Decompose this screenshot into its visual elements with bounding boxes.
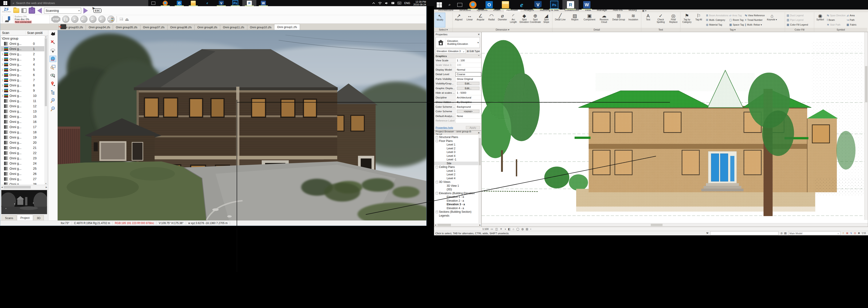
taskbar-app-button[interactable]: W bbox=[579, 0, 595, 9]
view-control-icon[interactable]: ◫ bbox=[495, 227, 498, 231]
worksets-icon[interactable]: ⚒ bbox=[706, 232, 708, 235]
ribbon-button[interactable]: ▩Fabric bbox=[846, 22, 857, 27]
keyboard-icon[interactable] bbox=[398, 2, 401, 4]
ribbon-button[interactable]: ⅠBeam bbox=[827, 18, 846, 22]
ribbon-button[interactable]: ≋Insulation bbox=[626, 13, 640, 27]
ribbon-button[interactable]: ▦Color Fill Legend bbox=[786, 22, 808, 27]
start-button[interactable] bbox=[0, 0, 10, 6]
property-row[interactable]: View Scale 1 : 100 bbox=[434, 58, 481, 63]
ribbon-button[interactable]: ≡Tread Number bbox=[745, 18, 765, 22]
property-row[interactable]: Hide at scales ... 1 : 5000 bbox=[434, 91, 481, 95]
ribbon-button[interactable]: ◢Spot Slope bbox=[541, 13, 552, 27]
scan-list-item[interactable]: ❯ Onni g... 4 bbox=[1, 62, 48, 67]
property-row[interactable]: Reference Label bbox=[434, 119, 481, 123]
tree-item[interactable]: Level 3 bbox=[434, 150, 481, 154]
scan-list-item[interactable]: Onni g... 16 bbox=[1, 119, 48, 124]
scan-tab[interactable]: Onni group1.zfs bbox=[274, 24, 300, 30]
ribbon-button[interactable]: ⌂Keynote ▾ bbox=[766, 13, 778, 27]
map-icon[interactable] bbox=[50, 31, 56, 37]
scanner-info-icon[interactable]: ⌸i bbox=[120, 17, 123, 22]
ribbon-button[interactable]: ◉Symbol bbox=[815, 13, 826, 27]
tree-item[interactable]: − Ceiling Plans bbox=[434, 165, 481, 169]
scan-list-item[interactable]: ❯ Onni g... 10 bbox=[1, 93, 48, 98]
scan-control-button[interactable]: ▶⌛ bbox=[107, 16, 115, 23]
tray-chevron-icon[interactable] bbox=[372, 2, 375, 4]
scan-control-button[interactable]: ▶• bbox=[89, 16, 96, 23]
taskbar-app-button[interactable]: R bbox=[562, 0, 579, 9]
browser-hscrollbar[interactable]: ◀▶ bbox=[434, 223, 481, 227]
search-icon[interactable]: ⌕ bbox=[444, 0, 455, 9]
graphics-section-header[interactable]: Graphics⌃ bbox=[434, 54, 481, 58]
scan-list-scrollbar[interactable]: ▲▼ bbox=[44, 36, 48, 185]
scan-list-item[interactable]: Onni g... 13 bbox=[1, 109, 48, 114]
tree-item[interactable]: Site bbox=[434, 162, 481, 165]
sidebar-foot-tab[interactable]: 3D bbox=[33, 215, 44, 220]
view-control-icon[interactable]: ◧ bbox=[508, 227, 510, 231]
task-view-button[interactable] bbox=[455, 0, 465, 9]
panorama-scan-viewport[interactable] bbox=[58, 30, 426, 220]
taskbar-app-button[interactable] bbox=[158, 0, 172, 6]
preview-window-icon[interactable] bbox=[50, 64, 56, 71]
scan-list-item[interactable]: Onni g... 18 bbox=[1, 130, 48, 135]
scan-list-header[interactable]: ScanScan positi bbox=[0, 30, 48, 35]
scan-list-item[interactable]: Onni g... 28 bbox=[1, 181, 48, 185]
close-scan-icon[interactable] bbox=[60, 24, 66, 29]
ribbon-button[interactable]: ∥Multi- Rebar ▾ bbox=[745, 22, 765, 27]
scan-list-item[interactable]: ❯ Onni g... 1 bbox=[1, 46, 48, 51]
view-control-icon[interactable]: ▭ bbox=[491, 227, 493, 231]
worksets-select[interactable] bbox=[710, 231, 778, 235]
ribbon-button[interactable]: ▦Space Tag bbox=[729, 22, 744, 27]
view-control-icon[interactable]: ◍ bbox=[521, 227, 524, 231]
position-pin-icon[interactable] bbox=[50, 81, 56, 87]
ribbon-button[interactable]: ↗Aligned bbox=[454, 13, 464, 27]
expand-toggle[interactable]: − bbox=[436, 140, 438, 142]
ribbon-button[interactable]: ⊞Multi- Category bbox=[706, 18, 728, 22]
scan-tab[interactable]: Onni group34.zfs bbox=[86, 25, 113, 30]
scan-tab[interactable]: Onni group37.zfs bbox=[140, 25, 167, 30]
ribbon-button[interactable]: ≋Stair Path bbox=[827, 22, 846, 27]
scan-list-item[interactable]: Onni g... 0 bbox=[1, 41, 48, 46]
scan-list-item[interactable]: Onni g... 23 bbox=[1, 156, 48, 161]
ribbon-display-toggle[interactable]: ▣ ▾ bbox=[642, 9, 646, 12]
taskbar-app-button[interactable] bbox=[497, 0, 514, 9]
property-row[interactable]: Discipline Architectural bbox=[434, 95, 481, 100]
property-row[interactable]: Detail Level Coarse bbox=[434, 72, 481, 77]
eject-icon[interactable]: ⏏ bbox=[125, 17, 129, 22]
taskbar-app-button[interactable] bbox=[465, 0, 481, 9]
view-control-icon[interactable]: ◯ bbox=[516, 227, 519, 231]
taskbar-app-button[interactable]: W bbox=[256, 0, 270, 6]
expand-toggle[interactable]: − bbox=[436, 192, 438, 194]
ribbon-button[interactable]: ↔Linear bbox=[464, 13, 475, 27]
workflow-mode-select[interactable]: Scanning▾ bbox=[44, 8, 81, 13]
cloud-download-icon[interactable] bbox=[50, 47, 56, 54]
scan-tab[interactable]: Onni group36.zfs bbox=[167, 25, 195, 30]
expand-toggle[interactable]: − bbox=[436, 166, 438, 168]
background-process-icon[interactable]: ↯ bbox=[850, 232, 852, 235]
taskbar-app-button[interactable]: Ps bbox=[228, 0, 242, 6]
ribbon-button[interactable]: ⇆Span Direction bbox=[827, 13, 846, 18]
ribbon-button[interactable]: ◆Spot Elevation bbox=[519, 13, 529, 27]
tree-item[interactable]: Elevation 1 - a bbox=[434, 195, 481, 199]
ribbon-button[interactable]: ▱Area Tag bbox=[729, 13, 744, 18]
sidebar-foot-tab[interactable]: Project bbox=[17, 215, 33, 220]
property-row[interactable]: Visibility/Grap... Edit... bbox=[434, 81, 481, 86]
scan-group-root[interactable]: \Onni group bbox=[1, 36, 48, 41]
scan-list-item[interactable]: Onni g... 17 bbox=[1, 124, 48, 130]
taskbar-app-button[interactable]: O bbox=[481, 0, 497, 9]
tree-structure-icon[interactable] bbox=[50, 89, 56, 95]
scan-list-item[interactable]: Onni g... 19 bbox=[1, 135, 48, 140]
ribbon-button[interactable]: ▤Duct Legend bbox=[786, 13, 808, 18]
xyz-globe-icon[interactable]: XYZ bbox=[50, 56, 56, 62]
ribbon-button[interactable]: ↖Modify bbox=[435, 13, 445, 27]
property-row[interactable]: Scale Value 1: 100 bbox=[434, 63, 481, 68]
tree-item[interactable]: Level 1 bbox=[434, 169, 481, 173]
tree-item[interactable]: Level 1 bbox=[434, 143, 481, 147]
plugins-icon[interactable] bbox=[29, 8, 35, 13]
ribbon-button[interactable]: ▣Component bbox=[583, 13, 596, 27]
ribbon-button[interactable]: ◜Arc Length bbox=[508, 13, 519, 27]
properties-help-link[interactable]: Properties help bbox=[436, 126, 453, 129]
exclude-options-icon[interactable]: ♗ bbox=[842, 232, 844, 235]
scan-list-item[interactable]: Onni g... 25 bbox=[1, 166, 48, 171]
zoom-out-icon[interactable]: − bbox=[50, 106, 56, 112]
property-row[interactable]: Display Model Normal bbox=[434, 67, 481, 72]
